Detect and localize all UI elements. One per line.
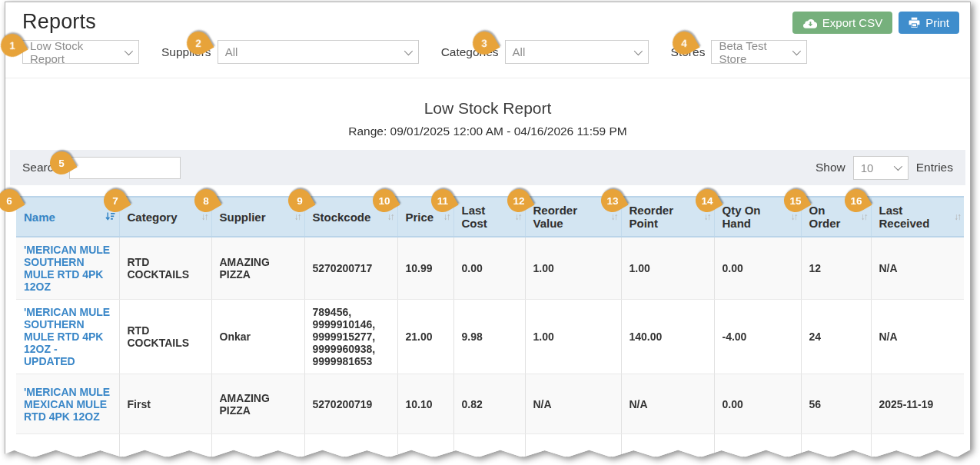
cloud-download-icon <box>802 18 817 28</box>
topbar: Reports Export CSV <box>5 2 970 34</box>
report-type-select[interactable]: Low Stock Report <box>22 40 139 64</box>
table-cell: A-jay's <box>119 434 211 458</box>
name-cell: 'MERICAN MULE <box>16 434 119 458</box>
table-cell: First <box>119 374 211 434</box>
name-cell: 'MERICAN MULE MEXICAN MULE RTD 4PK 12OZ <box>16 374 119 434</box>
callout-5: 5 <box>46 148 78 179</box>
sort-both-icon: ↓↑ <box>443 212 450 221</box>
table-cell: 1.00 <box>525 237 621 300</box>
export-csv-button[interactable]: Export CSV <box>792 12 892 34</box>
printer-icon <box>909 17 920 28</box>
product-link[interactable]: 'MERICAN MULE SOUTHERN MULE RTD 4PK 12OZ… <box>24 306 110 367</box>
table-cell: N/A <box>871 300 964 374</box>
callout-7: 7 <box>100 185 131 217</box>
column-label: Supplier <box>220 211 266 224</box>
table-cell: AMAZING <box>211 434 304 458</box>
chevron-down-icon <box>125 46 133 55</box>
sort-both-icon: ↓↑ <box>201 212 208 221</box>
table-row: 'MERICAN MULE SOUTHERN MULE RTD 4PK 12OZ… <box>16 300 964 374</box>
table-cell: Onkar <box>211 300 304 374</box>
callout-14: 14 <box>692 185 723 217</box>
callout-11: 11 <box>427 185 459 217</box>
column-label: On Order <box>809 204 841 230</box>
callout-8: 8 <box>191 185 222 217</box>
sort-both-icon: ↓↑ <box>611 212 617 221</box>
table-cell: N/A <box>621 374 714 434</box>
entries-label: Entries <box>916 161 953 174</box>
table-cell <box>714 434 801 458</box>
table-row: 'MERICAN MULEA-jay'sAMAZING <box>16 434 964 458</box>
table-cell: 789456, 9999910146, 9999915277, 99999609… <box>304 300 397 374</box>
table-cell <box>871 434 964 458</box>
show-entries-value: 10 <box>861 161 874 174</box>
sort-desc-icon <box>105 212 115 222</box>
callout-2: 2 <box>183 28 214 59</box>
callout-16: 16 <box>841 185 872 217</box>
table-controls: Search: Show 10 Entries <box>10 150 965 185</box>
table-cell: N/A <box>871 237 964 300</box>
show-entries-select[interactable]: 10 <box>853 156 909 180</box>
column-label: Last Cost <box>462 204 487 230</box>
table-cell: 1.00 <box>621 237 714 300</box>
table-cell: 5270200717 <box>304 237 397 300</box>
table-cell: 21.00 <box>397 300 453 374</box>
callout-3: 3 <box>469 28 500 59</box>
table-cell <box>453 434 525 458</box>
table-row: 'MERICAN MULE MEXICAN MULE RTD 4PK 12OZF… <box>16 374 964 434</box>
table-cell: AMAZING PIZZA <box>211 374 304 434</box>
table-cell <box>621 434 714 458</box>
callout-10: 10 <box>369 185 400 217</box>
table-cell: 2025-11-19 <box>871 374 964 434</box>
page-title: Reports <box>22 10 96 34</box>
table-cell: 140.00 <box>621 300 714 374</box>
stores-select[interactable]: Beta Test Store <box>711 40 807 64</box>
chevron-down-icon <box>792 46 801 55</box>
page-frame: Reports Export CSV <box>5 2 971 457</box>
callout-9: 9 <box>284 185 316 217</box>
toolbar: Export CSV Print <box>792 12 959 34</box>
column-label: Last Received <box>879 204 930 230</box>
sort-both-icon: ↓↑ <box>704 212 710 221</box>
column-header-last-received[interactable]: Last Received↓↑ <box>871 197 964 237</box>
table-cell <box>397 434 453 458</box>
name-cell: 'MERICAN MULE SOUTHERN MULE RTD 4PK 12OZ… <box>16 300 119 374</box>
table-cell: -4.00 <box>714 300 801 374</box>
sort-both-icon: ↓↑ <box>791 212 797 221</box>
categories-select[interactable]: All <box>505 40 649 64</box>
table-cell: 0.00 <box>453 237 525 300</box>
callout-13: 13 <box>597 185 629 217</box>
sort-both-icon: ↓↑ <box>515 212 521 221</box>
column-label: Reorder Value <box>533 204 578 230</box>
table-cell: 0.00 <box>714 374 801 434</box>
search-input[interactable] <box>69 157 181 179</box>
reports-page: Reports Export CSV <box>0 0 980 465</box>
table-cell: RTD COCKTAILS <box>119 300 211 374</box>
print-label: Print <box>925 16 949 29</box>
table-cell <box>525 434 621 458</box>
report-table: NameCategory↓↑Supplier↓↑Stockcode↓↑Price… <box>16 196 964 457</box>
table-cell: 5270200719 <box>304 374 397 434</box>
stores-value: Beta Test Store <box>719 39 785 65</box>
name-cell: 'MERICAN MULE SOUTHERN MULE RTD 4PK 12OZ <box>16 237 119 300</box>
print-button[interactable]: Print <box>899 12 959 34</box>
export-csv-label: Export CSV <box>822 16 882 29</box>
table-cell: RTD COCKTAILS <box>119 237 211 300</box>
table-cell: 56 <box>801 374 871 434</box>
table-cell <box>304 434 397 458</box>
callout-12: 12 <box>503 185 535 217</box>
column-label: Name <box>24 211 55 224</box>
table-cell: 12 <box>801 237 871 300</box>
table-cell: 10.99 <box>397 237 453 300</box>
suppliers-value: All <box>225 45 238 58</box>
report-type-value: Low Stock Report <box>30 39 117 65</box>
show-label: Show <box>816 161 845 174</box>
table-cell: 0.00 <box>714 237 801 300</box>
table-cell: AMAZING PIZZA <box>211 237 304 300</box>
product-link[interactable]: 'MERICAN MULE SOUTHERN MULE RTD 4PK 12OZ <box>24 244 110 293</box>
product-link[interactable]: 'MERICAN MULE MEXICAN MULE RTD 4PK 12OZ <box>24 386 110 423</box>
table-cell: 0.82 <box>453 374 525 434</box>
column-label: Qty On Hand <box>723 204 761 230</box>
suppliers-select[interactable]: All <box>218 40 419 64</box>
table-row: 'MERICAN MULE SOUTHERN MULE RTD 4PK 12OZ… <box>16 237 964 300</box>
report-title: Low Stock Report <box>5 99 970 118</box>
